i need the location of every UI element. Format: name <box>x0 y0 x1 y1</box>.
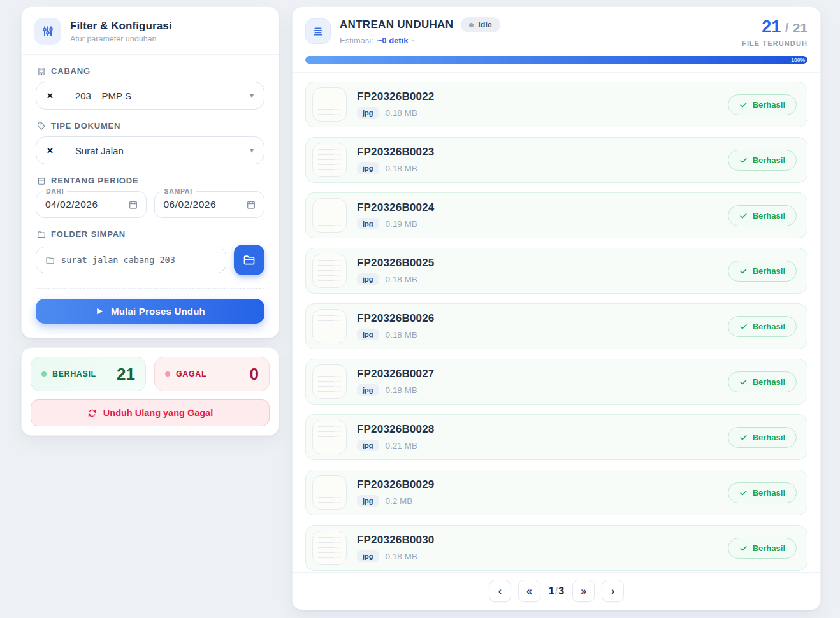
file-name: FP20326B0030 <box>357 534 718 547</box>
cabang-select[interactable]: ✕ 203 – PMP S ▾ <box>36 82 264 110</box>
refresh-icon <box>87 408 97 418</box>
stats-panel: BERHASIL 21 GAGAL 0 Unduh Ulang y <box>21 347 279 436</box>
folder-path-input[interactable]: surat jalan cabang 203 <box>36 247 226 273</box>
building-icon <box>37 67 46 76</box>
filter-panel-header: Filter & Konfigurasi Atur parameter undu… <box>22 7 279 55</box>
calendar-icon[interactable] <box>128 199 138 210</box>
clear-tipe-button[interactable]: ✕ <box>47 146 54 155</box>
pagination-prev-button[interactable]: ‹ <box>489 580 511 602</box>
sliders-icon <box>34 18 61 45</box>
download-queue-panel: ANTREAN UNDUHAN Idle Estimasi: ~0 detik <box>292 6 821 610</box>
file-size: 0.18 MB <box>386 330 417 340</box>
file-row: FP20326B0030 jpg 0.18 MB Berhasil <box>305 525 807 571</box>
date-to-input[interactable]: SAMPAI 06/02/2026 <box>154 191 265 218</box>
check-icon <box>739 156 748 164</box>
date-from-value: 04/02/2026 <box>45 199 128 210</box>
folder-path-value: surat jalan cabang 203 <box>61 255 175 265</box>
file-type-badge: jpg <box>357 273 379 285</box>
downloaded-count: 21 <box>762 17 781 36</box>
app-layout: Filter & Konfigurasi Atur parameter undu… <box>0 0 840 618</box>
date-from-input[interactable]: DARI 04/02/2026 <box>36 191 147 218</box>
file-size: 0.18 MB <box>386 108 417 118</box>
check-icon <box>739 489 748 497</box>
file-name: FP20326B0024 <box>357 201 718 214</box>
check-icon <box>739 544 748 552</box>
tipe-dokumen-select[interactable]: ✕ Surat Jalan ▾ <box>36 136 264 164</box>
berhasil-count: 21 <box>117 364 135 384</box>
file-size: 0.18 MB <box>386 275 417 284</box>
filter-panel-titles: Filter & Konfigurasi Atur parameter undu… <box>70 20 172 43</box>
periode-section-label: RENTANG PERIODE <box>37 176 264 185</box>
status-badge-berhasil: Berhasil <box>728 261 797 282</box>
check-icon <box>739 212 748 220</box>
filter-panel: Filter & Konfigurasi Atur parameter undu… <box>21 6 279 338</box>
file-row: FP20326B0026 jpg 0.18 MB Berhasil <box>305 303 807 349</box>
file-name: FP20326B0028 <box>357 423 718 436</box>
retry-failed-button[interactable]: Unduh Ulang yang Gagal <box>31 399 270 426</box>
file-name: FP20326B0023 <box>357 146 718 159</box>
document-thumbnail <box>312 254 347 288</box>
tag-icon <box>37 122 46 131</box>
calendar-icon[interactable] <box>246 199 256 210</box>
browse-folder-button[interactable] <box>234 245 264 275</box>
file-type-badge: jpg <box>357 218 379 229</box>
filter-panel-body: CABANG ✕ 203 – PMP S ▾ TIPE DOKUMEN ✕ <box>22 55 279 338</box>
chevron-down-icon: ▾ <box>250 146 254 155</box>
start-button-wrap: Mulai Proses Unduh <box>36 288 264 324</box>
progress-bar: 100% <box>305 56 807 64</box>
file-type-badge: jpg <box>357 384 379 396</box>
file-row: FP20326B0029 jpg 0.2 MB Berhasil <box>305 470 807 515</box>
cabang-section-label: CABANG <box>37 66 264 76</box>
progress-percent-label: 100% <box>791 57 805 63</box>
progress-fill: 100% <box>305 56 807 64</box>
document-thumbnail <box>312 309 347 343</box>
date-from-label: DARI <box>43 187 67 195</box>
file-type-badge: jpg <box>357 440 379 451</box>
start-download-button[interactable]: Mulai Proses Unduh <box>36 299 264 324</box>
status-badge-berhasil: Berhasil <box>728 427 797 448</box>
file-row: FP20326B0022 jpg 0.18 MB Berhasil <box>305 82 807 127</box>
filter-panel-subtitle: Atur parameter unduhan <box>70 34 172 43</box>
status-badge-berhasil: Berhasil <box>728 538 797 559</box>
red-dot-icon <box>165 371 170 377</box>
pagination-jump-forward-button[interactable]: » <box>572 580 595 602</box>
date-range-row: DARI 04/02/2026 SAMPAI 06/02/2026 <box>36 191 264 218</box>
status-badge-berhasil: Berhasil <box>728 94 797 115</box>
file-type-badge: jpg <box>357 550 379 562</box>
file-name: FP20326B0022 <box>357 90 718 103</box>
status-badge-berhasil: Berhasil <box>728 371 797 392</box>
folder-open-icon <box>243 254 256 266</box>
file-size: 0.19 MB <box>386 219 417 229</box>
pagination-jump-back-button[interactable]: « <box>518 580 540 602</box>
date-to-label: SAMPAI <box>161 187 196 195</box>
play-icon <box>95 307 103 315</box>
queue-title: ANTREAN UNDUHAN <box>340 18 453 31</box>
file-type-badge: jpg <box>357 107 379 119</box>
status-badge-berhasil: Berhasil <box>728 482 797 503</box>
file-name: FP20326B0029 <box>357 478 718 491</box>
current-page: 1 <box>549 586 554 596</box>
file-size: 0.18 MB <box>386 164 417 173</box>
filter-panel-title: Filter & Konfigurasi <box>70 20 172 32</box>
file-name: FP20326B0027 <box>357 368 718 380</box>
page-indicator: 1/3 <box>549 586 564 597</box>
check-icon <box>739 101 748 109</box>
status-badge-idle: Idle <box>461 17 500 32</box>
berhasil-label: BERHASIL <box>52 370 96 378</box>
file-row: FP20326B0028 jpg 0.21 MB Berhasil <box>305 414 807 460</box>
estimate-value: ~0 detik <box>377 36 409 45</box>
pagination-next-button[interactable]: › <box>602 580 624 602</box>
gray-dot-icon <box>469 23 474 27</box>
status-badge-berhasil: Berhasil <box>728 205 797 226</box>
calendar-icon <box>37 176 46 185</box>
tipe-selected-value: Surat Jalan <box>75 145 250 156</box>
file-type-badge: jpg <box>357 329 379 340</box>
gagal-count: 0 <box>250 364 259 384</box>
folder-icon <box>45 255 55 265</box>
gagal-stat-card: GAGAL 0 <box>154 357 270 391</box>
gagal-label: GAGAL <box>176 370 206 378</box>
file-size: 0.18 MB <box>386 385 417 395</box>
clear-cabang-button[interactable]: ✕ <box>47 91 54 101</box>
tipe-dokumen-section-label: TIPE DOKUMEN <box>37 121 264 131</box>
check-icon <box>739 378 748 386</box>
